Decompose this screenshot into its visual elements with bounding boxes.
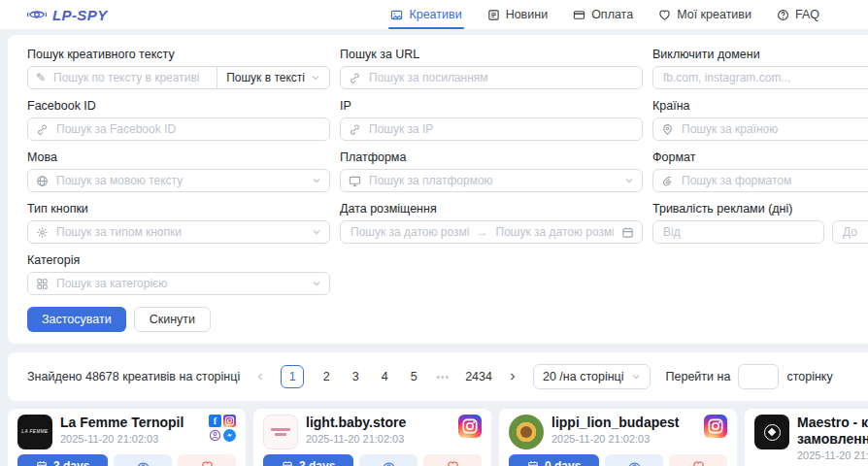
ip-input[interactable]	[367, 121, 634, 137]
tab-faq[interactable]: FAQ	[777, 0, 819, 29]
tab-my-creatives[interactable]: Мої креативи	[658, 0, 751, 29]
country-input[interactable]	[680, 121, 868, 137]
tab-payment[interactable]: Оплата	[573, 0, 633, 29]
avatar-emblem	[764, 424, 781, 441]
field-label: Мова	[27, 150, 330, 165]
field-label: Категорія	[27, 252, 330, 268]
creative-card[interactable]: light.baby.store 2025-11-20 21:02:03 3 d…	[253, 409, 491, 466]
pagination-next-button[interactable]	[508, 372, 517, 382]
creative-card[interactable]: lippi_lion_budapest 2025-11-20 21:02:03 …	[499, 409, 737, 466]
card-date: 2025-11-20 21:02:03	[551, 433, 696, 445]
chevron-down-icon	[631, 372, 641, 382]
creative-text-mode-select[interactable]: Пошук в тексті	[217, 67, 329, 88]
platform-input[interactable]	[367, 173, 618, 188]
platform-icons: f	[209, 415, 236, 442]
field-label: Facebook ID	[27, 98, 330, 114]
page-button-4[interactable]: 4	[378, 370, 391, 383]
views-button[interactable]	[114, 454, 172, 466]
page-button-3[interactable]: 3	[349, 370, 362, 383]
days-button[interactable]: 3 days	[263, 454, 353, 466]
page-button-last[interactable]: 2434	[465, 370, 492, 383]
creative-card[interactable]: Maestro - кухні, ме замовлення в Ужг 202…	[745, 409, 868, 466]
days-button[interactable]: 0 days	[509, 454, 599, 466]
page-button-5[interactable]: 5	[407, 370, 420, 383]
page-button-2[interactable]: 2	[319, 370, 333, 383]
pencil-icon: ✎	[36, 72, 46, 83]
card-title-line2: замовлення в Ужг	[797, 431, 868, 448]
facebook-id-input[interactable]	[54, 121, 321, 137]
pagination-prev-button[interactable]	[255, 372, 265, 382]
eye-icon	[628, 460, 641, 466]
tab-label: Новини	[506, 8, 549, 21]
button-type-select[interactable]	[27, 220, 330, 244]
reset-button[interactable]: Скинути	[134, 307, 211, 332]
views-button[interactable]	[605, 454, 663, 466]
field-language: Мова	[27, 150, 330, 192]
date-to-input[interactable]	[494, 224, 617, 240]
field-label: IP	[340, 98, 643, 114]
avatar	[263, 415, 298, 449]
chevron-right-icon	[508, 372, 517, 382]
button-type-input[interactable]	[54, 224, 306, 240]
field-label: Тривалість реклами (дні)	[652, 201, 868, 216]
card-date: 2025-11-20 21:02:03	[60, 433, 201, 445]
tab-label: Мої креативи	[677, 8, 751, 21]
exclude-domains-input[interactable]	[661, 70, 868, 85]
views-button[interactable]	[359, 454, 417, 466]
tab-news[interactable]: Новини	[487, 0, 549, 29]
field-format: Формат	[652, 150, 868, 192]
card-title: La Femme Ternopil	[60, 415, 201, 431]
favorite-button[interactable]	[669, 454, 727, 466]
format-input[interactable]	[680, 173, 868, 188]
messenger-icon	[223, 429, 236, 442]
link-icon	[349, 123, 361, 136]
page-button-1[interactable]: 1	[281, 365, 304, 388]
monitor-icon	[349, 175, 361, 187]
days-button[interactable]: 3 days	[17, 454, 108, 466]
language-input[interactable]	[54, 173, 306, 188]
page-jump-input[interactable]	[738, 364, 779, 389]
days-label: 0 days	[545, 459, 581, 466]
card-title: Maestro - кухні, ме	[797, 415, 868, 431]
creative-card[interactable]: LA FEMME La Femme Ternopil 2025-11-20 21…	[8, 409, 246, 466]
field-creative-text: Пошук креативного тексту ✎ Пошук в текст…	[27, 47, 330, 89]
calendar-icon	[282, 460, 293, 466]
brand-logo[interactable]: LP-SPY	[27, 7, 108, 23]
category-input[interactable]	[54, 276, 306, 291]
tab-creatives[interactable]: Креативи	[390, 0, 461, 29]
avatar	[509, 415, 544, 449]
instagram-icon	[223, 415, 236, 427]
duration-to-input[interactable]	[841, 224, 868, 240]
location-pin-icon	[661, 123, 674, 136]
chevron-left-icon	[255, 372, 265, 382]
creative-text-input[interactable]	[51, 70, 209, 85]
eye-logo-icon	[27, 8, 47, 21]
days-label: 3 days	[299, 459, 335, 466]
placement-date-range[interactable]: →	[340, 220, 643, 244]
date-from-input[interactable]	[349, 224, 471, 240]
days-label: 3 days	[53, 459, 89, 466]
favorite-button[interactable]	[178, 454, 236, 466]
category-select[interactable]	[27, 272, 330, 295]
page-size-select[interactable]: 20 /на сторінці	[533, 364, 651, 389]
format-select[interactable]	[652, 169, 868, 192]
results-summary: Знайдено 48678 креативів на сторінці	[27, 370, 240, 383]
url-input[interactable]	[367, 70, 634, 85]
field-label: Платформа	[340, 150, 643, 165]
field-facebook-id: Facebook ID	[27, 98, 330, 141]
tab-label: Креативи	[409, 8, 461, 21]
arrow-right-icon: →	[477, 225, 488, 239]
eye-icon	[383, 460, 395, 466]
instagram-icon	[704, 415, 727, 438]
pagination-ellipsis[interactable]: •••	[436, 372, 450, 383]
link-icon	[36, 123, 49, 136]
platform-select[interactable]	[340, 169, 643, 192]
grid-icon	[36, 278, 49, 290]
favorite-button[interactable]	[423, 454, 482, 466]
chevron-down-icon	[312, 176, 321, 185]
apply-button[interactable]: Застосувати	[27, 307, 126, 332]
duration-from-input[interactable]	[661, 224, 816, 240]
avatar: LA FEMME	[17, 415, 52, 449]
language-select[interactable]	[27, 169, 330, 192]
news-icon	[487, 9, 500, 21]
